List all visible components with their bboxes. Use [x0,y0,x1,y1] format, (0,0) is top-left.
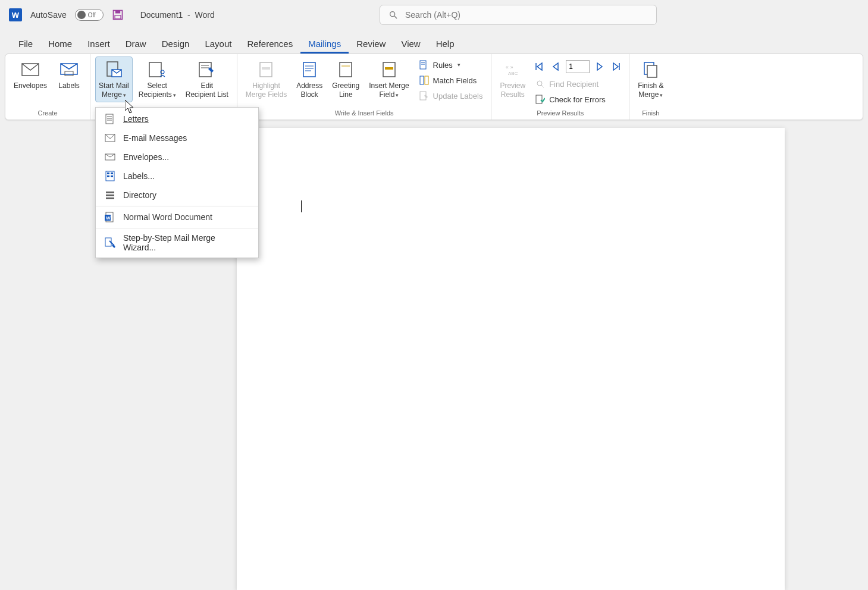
update-icon [419,90,430,101]
svg-line-40 [541,85,544,87]
autosave-toggle[interactable]: Off [75,9,104,21]
svg-rect-21 [340,62,352,77]
toggle-knob [77,11,86,19]
recipients-icon [148,61,166,78]
svg-rect-29 [425,76,428,84]
menu-letters[interactable]: Letters [96,109,258,128]
greeting-line-button[interactable]: GreetingLine [328,57,363,102]
svg-marker-37 [613,63,618,70]
select-recipients-button[interactable]: SelectRecipients▾ [135,57,180,102]
edit-list-icon [198,61,216,78]
ribbon-tabs: File Home Insert Draw Design Layout Refe… [0,30,868,54]
svg-rect-55 [106,192,114,193]
label-icon [104,170,116,182]
group-write-insert: HighlightMerge Fields AddressBlock Greet… [237,54,492,120]
chevron-down-icon: ▾ [660,92,663,98]
search-placeholder: Search (Alt+Q) [405,10,460,20]
tab-help[interactable]: Help [428,34,462,54]
tab-draw[interactable]: Draw [118,34,154,54]
svg-marker-35 [553,63,558,70]
menu-directory[interactable]: Directory [96,186,258,205]
autosave-label: AutoSave [30,10,67,20]
svg-marker-36 [597,63,602,70]
chevron-down-icon: ▾ [173,92,176,98]
prev-record-button[interactable] [549,60,562,73]
word-app-icon: W [9,8,22,21]
svg-point-39 [537,81,542,86]
preview-results-button[interactable]: « »ABC PreviewResults [496,57,529,102]
tab-mailings[interactable]: Mailings [300,34,349,54]
menu-email[interactable]: E-mail Messages [96,128,258,148]
chevron-down-icon: ▾ [457,62,460,68]
next-record-button[interactable] [593,60,606,73]
tab-design[interactable]: Design [154,34,198,54]
tab-references[interactable]: References [239,34,300,54]
chevron-down-icon: ▾ [123,92,126,98]
svg-rect-16 [262,67,270,70]
tab-layout[interactable]: Layout [197,34,239,54]
check-errors-button[interactable]: Check for Errors [531,92,624,106]
mail-icon [104,132,116,144]
svg-rect-41 [536,95,542,103]
start-mail-merge-button[interactable]: Start MailMerge▾ [95,57,133,102]
tab-review[interactable]: Review [349,34,393,54]
update-labels-button[interactable]: Update Labels [415,89,487,103]
save-icon[interactable] [112,9,124,21]
tab-file[interactable]: File [11,34,40,54]
check-icon [535,94,546,105]
record-number-input[interactable] [566,60,590,73]
edit-recipient-list-button[interactable]: EditRecipient List [182,57,232,102]
menu-wizard[interactable]: Step-by-Step Mail Merge Wizard... [96,230,258,256]
svg-text:W: W [106,215,111,221]
preview-icon: « »ABC [504,63,521,76]
svg-rect-52 [111,172,113,174]
svg-rect-10 [149,62,161,77]
svg-rect-24 [385,67,393,70]
group-preview-results: « »ABC PreviewResults Find Recipient [491,54,629,120]
svg-rect-57 [106,197,114,199]
svg-line-4 [394,16,397,18]
menu-labels[interactable]: Labels... [96,167,258,186]
document-canvas[interactable] [237,128,785,590]
autosave-state: Off [88,12,96,18]
find-recipient-button[interactable]: Find Recipient [531,77,624,91]
svg-rect-56 [106,194,114,196]
page-mail-icon [105,61,123,78]
search-icon [388,10,398,20]
svg-rect-2 [115,15,121,19]
insert-merge-field-button[interactable]: Insert MergeField▾ [365,57,412,102]
envelope-icon [21,63,39,76]
menu-normal-doc[interactable]: W Normal Word Document [96,208,258,227]
word-icon: W [104,211,116,223]
rules-button[interactable]: Rules▾ [415,58,487,72]
envelopes-button[interactable]: Envelopes [10,57,51,93]
tab-home[interactable]: Home [40,34,80,54]
svg-rect-1 [115,11,120,14]
record-navigation [531,58,624,76]
finish-icon [643,61,659,78]
group-create: Envelopes Labels Create [5,54,90,120]
tab-insert[interactable]: Insert [80,34,118,54]
insert-field-icon [381,61,397,78]
match-icon [419,75,430,86]
search-box[interactable]: Search (Alt+Q) [380,5,657,25]
labels-icon [60,63,78,76]
last-record-button[interactable] [610,60,623,73]
svg-rect-17 [303,62,315,77]
highlight-icon [258,61,274,78]
labels-button[interactable]: Labels [53,57,85,93]
finish-merge-button[interactable]: Finish &Merge▾ [634,57,667,102]
tab-view[interactable]: View [393,34,428,54]
group-finish: Finish &Merge▾ Finish [629,54,672,120]
svg-rect-28 [420,76,424,84]
first-record-button[interactable] [532,60,546,73]
svg-text:«  »: « » [506,64,513,70]
svg-rect-51 [107,172,109,174]
address-block-button[interactable]: AddressBlock [293,57,326,102]
wizard-icon [104,237,116,249]
match-fields-button[interactable]: Match Fields [415,73,487,87]
menu-envelopes[interactable]: Envelopes... [96,148,258,167]
title-bar: W AutoSave Off Document1 - Word Search (… [0,0,868,30]
start-mail-merge-menu: Letters E-mail Messages Envelopes... Lab… [95,107,259,258]
highlight-merge-fields-button[interactable]: HighlightMerge Fields [242,57,290,102]
